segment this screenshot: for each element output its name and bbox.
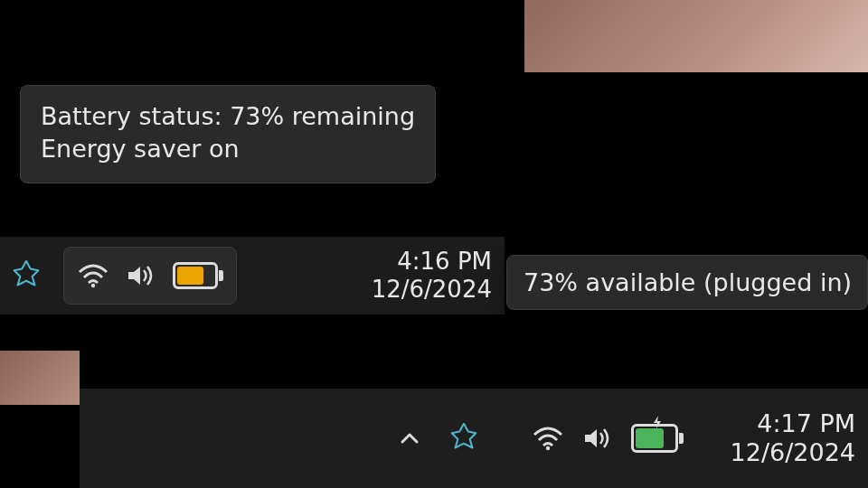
- battery-fill-icon: [177, 267, 203, 285]
- clock-date: 12/6/2024: [372, 276, 492, 304]
- taskbar-clock[interactable]: 4:16 PM 12/6/2024: [372, 248, 492, 304]
- volume-icon[interactable]: [582, 425, 613, 452]
- copilot-icon[interactable]: [7, 257, 45, 295]
- battery-icon[interactable]: [173, 262, 223, 289]
- tooltip-line: 73% available (plugged in): [524, 268, 852, 296]
- wallpaper-patch-top: [524, 0, 868, 72]
- battery-tip-icon: [219, 270, 223, 281]
- copilot-icon[interactable]: [445, 419, 483, 457]
- wifi-icon[interactable]: [532, 426, 564, 451]
- taskbar-energy-saver: 4:16 PM 12/6/2024: [0, 237, 505, 314]
- tooltip-line: Energy saver on: [41, 133, 415, 165]
- clock-time: 4:17 PM: [731, 409, 855, 438]
- charging-bolt-icon: [650, 415, 665, 433]
- battery-tooltip-plugged-in: 73% available (plugged in): [506, 255, 868, 310]
- battery-tooltip-energy-saver: Battery status: 73% remaining Energy sav…: [20, 85, 436, 183]
- tooltip-line: Battery status: 73% remaining: [41, 100, 415, 133]
- wifi-icon[interactable]: [77, 263, 109, 288]
- wallpaper-patch-bottom: [0, 351, 80, 405]
- battery-charging-icon[interactable]: [631, 424, 684, 453]
- clock-date: 12/6/2024: [731, 438, 855, 467]
- svg-point-0: [91, 284, 95, 287]
- taskbar-clock[interactable]: 4:17 PM 12/6/2024: [731, 409, 855, 468]
- show-hidden-icons-button[interactable]: [396, 425, 423, 452]
- svg-point-1: [545, 446, 549, 450]
- system-tray[interactable]: [519, 415, 696, 462]
- system-tray[interactable]: [63, 247, 237, 305]
- volume-icon[interactable]: [126, 262, 156, 289]
- battery-tip-icon: [679, 433, 684, 444]
- clock-time: 4:16 PM: [372, 248, 492, 276]
- taskbar-plugged-in: 4:17 PM 12/6/2024: [80, 389, 868, 488]
